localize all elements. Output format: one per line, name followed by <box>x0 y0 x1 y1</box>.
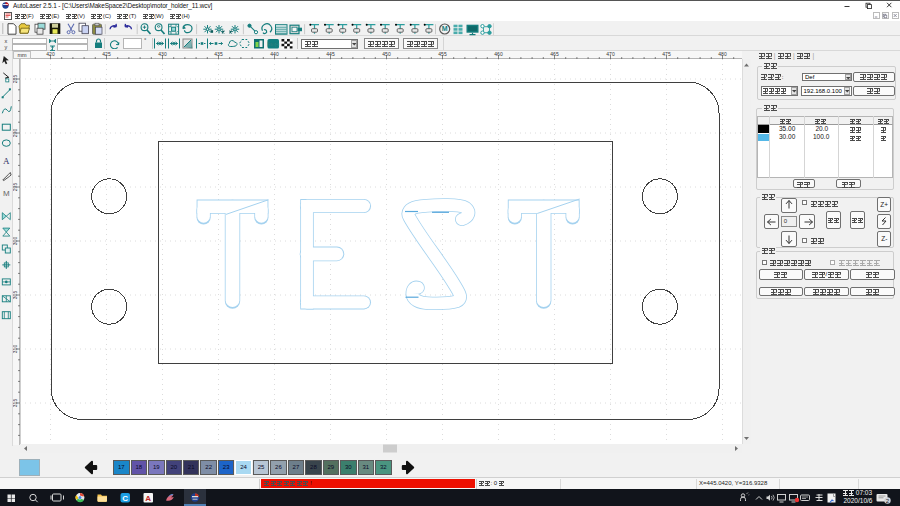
svg-text:A: A <box>3 156 10 166</box>
svg-text:C: C <box>122 494 128 503</box>
svg-text:M: M <box>442 26 448 33</box>
svg-text:bmp: bmp <box>268 41 279 47</box>
svg-text:A: A <box>145 494 151 503</box>
svg-text:M: M <box>3 189 10 198</box>
